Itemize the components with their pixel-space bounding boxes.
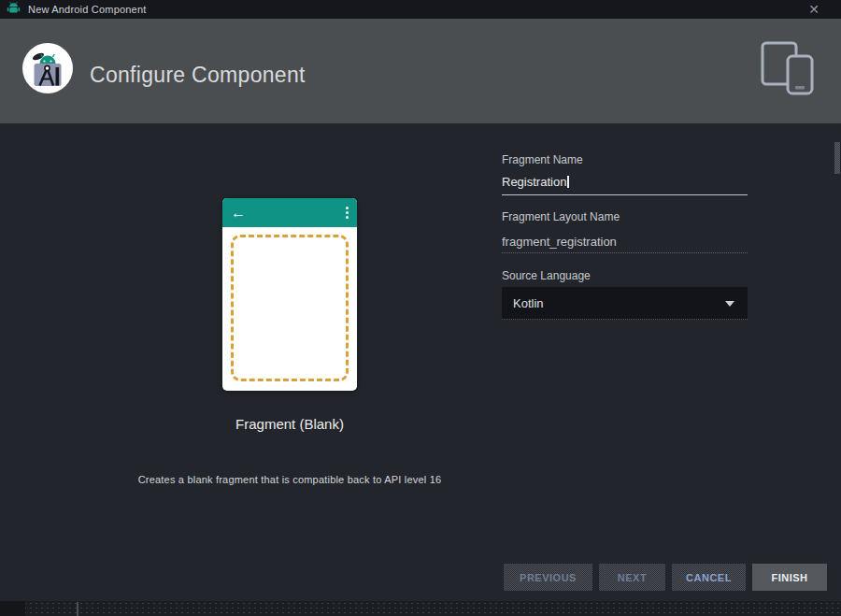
text-caret (567, 176, 569, 188)
wizard-body: ← Fragment (Blank) Creates a blank fragm… (0, 123, 841, 616)
template-name: Fragment (Blank) (196, 416, 383, 432)
devices-icon (761, 37, 819, 101)
fragment-layout-underline (502, 246, 748, 253)
bottom-edge (0, 601, 841, 616)
preview-toolbar: ← (222, 198, 357, 227)
scrollbar-thumb[interactable] (834, 142, 840, 174)
fragment-placeholder-outline (231, 235, 349, 381)
next-button[interactable]: NEXT (599, 564, 665, 591)
fragment-name-input[interactable]: Registration (502, 175, 569, 189)
dropdown-arrow-icon (725, 301, 734, 307)
source-language-dropdown[interactable]: Kotlin (502, 287, 748, 320)
bottom-left-corner (0, 601, 25, 616)
back-arrow-icon: ← (231, 206, 246, 221)
android-icon (7, 1, 21, 18)
new-android-component-dialog: New Android Component ✕ Configure Compon… (0, 0, 841, 616)
bottom-tick-mark (77, 602, 78, 616)
fragment-name-underline (502, 194, 748, 195)
cancel-button[interactable]: CANCEL (672, 564, 746, 591)
wizard-header: Configure Component (0, 19, 841, 123)
fragment-name-label: Fragment Name (502, 153, 583, 166)
fragment-preview-card: ← (222, 198, 357, 391)
previous-button[interactable]: PREVIOUS (504, 564, 592, 591)
close-icon[interactable]: ✕ (804, 0, 824, 19)
window-title: New Android Component (28, 4, 147, 15)
title-bar: New Android Component ✕ (0, 0, 841, 19)
finish-button[interactable]: FINISH (752, 564, 827, 591)
template-description: Creates a blank fragment that is compati… (56, 474, 523, 485)
fragment-layout-name-label: Fragment Layout Name (502, 210, 620, 223)
overflow-menu-icon (346, 207, 349, 219)
source-language-label: Source Language (502, 269, 591, 282)
page-title: Configure Component (90, 63, 306, 88)
source-language-value: Kotlin (513, 296, 544, 310)
android-studio-logo (22, 43, 73, 93)
